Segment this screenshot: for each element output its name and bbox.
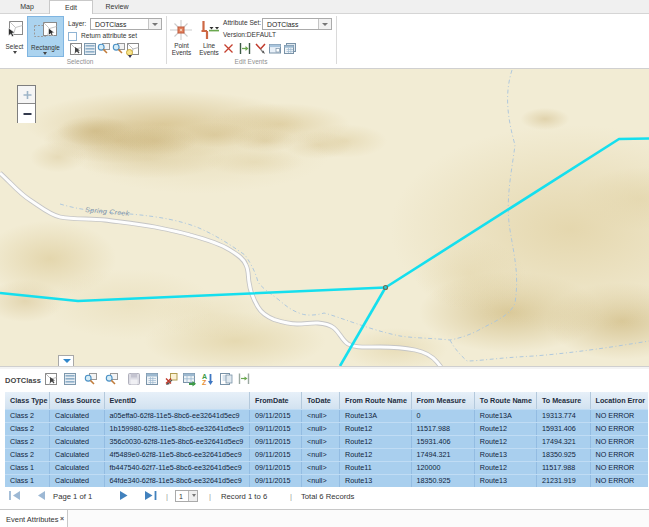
svg-text:Z: Z [202, 379, 207, 386]
svg-text:Spring Creek: Spring Creek [85, 206, 130, 218]
